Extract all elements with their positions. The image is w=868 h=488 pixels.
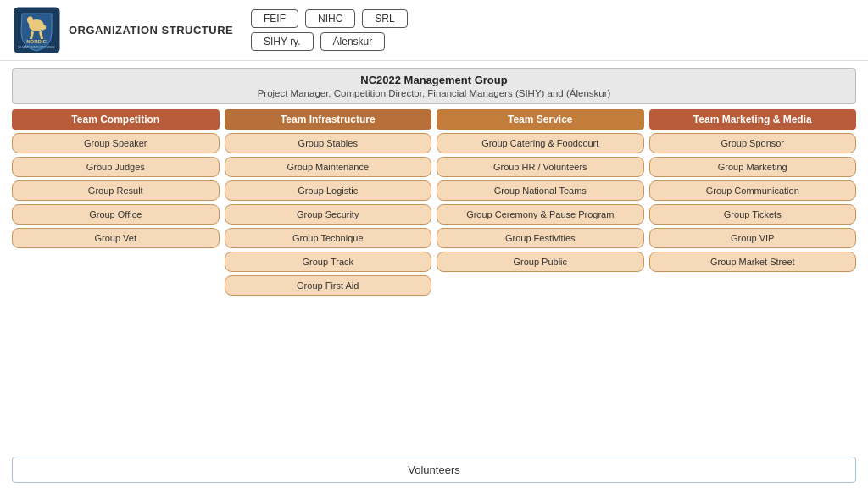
group-box: Group Public bbox=[437, 252, 644, 272]
group-box: Group Maintenance bbox=[225, 157, 432, 177]
org-badges: FEIFNIHCSRL SIHY ry.Álenskur bbox=[251, 9, 408, 51]
group-box: Group Logistic bbox=[225, 180, 432, 201]
group-box: Group National Teams bbox=[437, 180, 644, 201]
team-header: Team Competition bbox=[12, 109, 220, 130]
team-column: Team ServiceGroup Catering & FoodcourtGr… bbox=[437, 109, 644, 452]
group-box: Group Sponsor bbox=[649, 133, 857, 153]
mgmt-banner: NC2022 Management Group Project Manager,… bbox=[12, 68, 856, 104]
group-box: Group Track bbox=[225, 252, 432, 272]
badge: FEIF bbox=[251, 9, 298, 28]
logo-area: NORDIC CHAMPIONSHIPS 2022 ORGANIZATION S… bbox=[14, 7, 234, 53]
group-box: Group Speaker bbox=[12, 133, 220, 153]
team-column: Team InfrastructureGroup StablesGroup Ma… bbox=[225, 109, 432, 452]
badge: Álenskur bbox=[320, 32, 386, 51]
logo: NORDIC CHAMPIONSHIPS 2022 bbox=[14, 7, 60, 53]
group-box: Group Stables bbox=[225, 133, 432, 153]
badge-row-2: SIHY ry.Álenskur bbox=[251, 32, 408, 51]
group-box: Group Result bbox=[12, 180, 220, 201]
volunteers-bar: Volunteers bbox=[12, 457, 856, 483]
badge-row-1: FEIFNIHCSRL bbox=[251, 9, 408, 28]
group-box: Group Security bbox=[225, 204, 432, 225]
org-structure-label: ORGANIZATION STRUCTURE bbox=[69, 24, 233, 36]
group-box: Group HR / Volunteers bbox=[437, 157, 644, 177]
team-header: Team Marketing & Media bbox=[649, 109, 857, 130]
group-box: Group Vet bbox=[12, 228, 220, 248]
group-box: Group Communication bbox=[649, 180, 857, 201]
mgmt-subtitle: Project Manager, Competition Director, F… bbox=[21, 88, 847, 98]
team-header: Team Service bbox=[437, 109, 644, 130]
mgmt-title: NC2022 Management Group bbox=[21, 74, 847, 86]
badge: NIHC bbox=[305, 9, 355, 28]
team-column: Team CompetitionGroup SpeakerGroup Judge… bbox=[12, 109, 220, 452]
team-header: Team Infrastructure bbox=[225, 109, 432, 130]
group-box: Group Tickets bbox=[649, 204, 857, 225]
group-box: Group Market Street bbox=[649, 252, 857, 272]
volunteers-label: Volunteers bbox=[408, 463, 459, 476]
group-box: Group Technique bbox=[225, 228, 432, 248]
svg-text:NORDIC: NORDIC bbox=[26, 39, 47, 44]
main-content: NC2022 Management Group Project Manager,… bbox=[0, 61, 868, 488]
header: NORDIC CHAMPIONSHIPS 2022 ORGANIZATION S… bbox=[0, 0, 868, 61]
group-box: Group Festivities bbox=[437, 228, 644, 248]
group-box: Group First Aid bbox=[225, 275, 432, 296]
group-box: Group Judges bbox=[12, 157, 220, 177]
group-box: Group Office bbox=[12, 204, 220, 225]
team-column: Team Marketing & MediaGroup SponsorGroup… bbox=[649, 109, 857, 452]
svg-text:CHAMPIONSHIPS 2022: CHAMPIONSHIPS 2022 bbox=[18, 45, 55, 49]
teams-row: Team CompetitionGroup SpeakerGroup Judge… bbox=[12, 109, 856, 452]
group-box: Group Catering & Foodcourt bbox=[437, 133, 644, 153]
group-box: Group Marketing bbox=[649, 157, 857, 177]
badge: SRL bbox=[362, 9, 407, 28]
group-box: Group Ceremony & Pause Program bbox=[437, 204, 644, 225]
group-box: Group VIP bbox=[649, 228, 857, 248]
badge: SIHY ry. bbox=[251, 32, 314, 51]
